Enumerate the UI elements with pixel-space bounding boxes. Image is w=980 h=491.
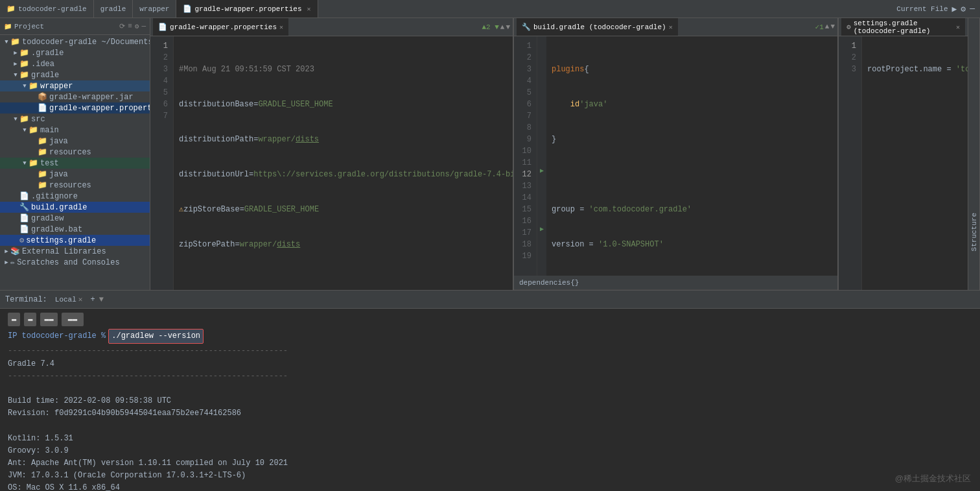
tree-item-main[interactable]: ▼ 📁 main	[0, 125, 150, 136]
main-area: 📁 Project ⟳ ≡ ⚙ — ▼ 📁 todocoder-gradle ~…	[0, 18, 980, 290]
sort-icon[interactable]: ≡	[128, 22, 132, 30]
tree-item-external-libs[interactable]: ▶ 📚 External Libraries	[0, 246, 150, 257]
arrow-src: ▼	[12, 116, 19, 123]
tree-label-test: test	[40, 159, 59, 168]
tree-item-wrapper[interactable]: ▼ 📁 wrapper	[0, 80, 150, 91]
settings-gradle-code[interactable]: rootProject.name = 'todocoder-gr	[862, 36, 968, 290]
close-tab-icon[interactable]: ✕	[307, 5, 310, 13]
tree-item-src[interactable]: ▼ 📁 src	[0, 114, 150, 125]
build-gradle-code[interactable]: plugins { id 'java' } group = 'com.todoc…	[546, 36, 837, 276]
tree-label-external-libs: External Libraries	[22, 247, 106, 256]
tree-label-gradlew-bat: gradlew.bat	[31, 225, 82, 234]
tree-label-gradle: gradle	[31, 71, 59, 80]
line-numbers-wrapper: 1 2 3 4 5 6 7	[150, 36, 174, 290]
tree-label-java-test: java	[49, 170, 68, 179]
tree-label-dot-idea: .idea	[31, 60, 54, 69]
tab-gradle[interactable]: gradle	[94, 0, 134, 18]
tree-item-gradlew[interactable]: 📄 gradlew	[0, 213, 150, 224]
arrow-external-libs: ▶	[3, 248, 10, 255]
tree-item-gradle-props[interactable]: 📄 gradle-wrapper.properties	[0, 102, 150, 114]
tree-label-dot-gradle: .gradle	[31, 49, 64, 58]
tree-item-resources-test[interactable]: 📁 resources	[0, 180, 150, 191]
arrow-wrapper: ▼	[21, 83, 29, 90]
tab-settings-gradle[interactable]: ⚙ settings.gradle (todocoder-gradle) ✕	[841, 18, 965, 36]
tree-item-gradle[interactable]: ▼ 📁 gradle	[0, 69, 150, 80]
settings-gradle-content: 1 2 3 rootProject.name = 'todocoder-gr	[839, 36, 968, 290]
tab-gradle-wrapper-properties[interactable]: 📄 gradle-wrapper.properties ✕	[176, 0, 318, 18]
panel-settings-gradle: ⚙ settings.gradle (todocoder-gradle) ✕ 1…	[839, 18, 968, 290]
code-panels: 📄 gradle-wrapper.properties ✕ ▲2 ▼ ▲ ▼ 1…	[150, 18, 968, 290]
settings-icon[interactable]: ⚙	[961, 4, 966, 14]
build-panel-arrows: ✓1 ▲ ▼	[815, 23, 835, 31]
build-gradle-content: 12345 678910 1112131415 16171819 ▶ ▶	[514, 36, 837, 276]
close-build-tab-icon[interactable]: ✕	[669, 23, 673, 31]
gradle-wrapper-content: 1 2 3 4 5 6 7 #Mon Aug 21 09:51:59 CST 2…	[150, 36, 513, 290]
down-arrow-icon[interactable]: ▼	[506, 23, 510, 31]
tree-label-resources-test: resources	[49, 181, 91, 190]
tree-item-gradle-jar[interactable]: 📦 gradle-wrapper.jar	[0, 91, 150, 102]
tree-label-gradle-props: gradle-wrapper.properties	[49, 104, 150, 113]
up-arrow-icon[interactable]: ▲	[500, 23, 505, 31]
panel-settings-header: ⚙ settings.gradle (todocoder-gradle) ✕	[839, 18, 968, 36]
tree-label-settings-gradle: settings.gradle	[26, 236, 96, 245]
minimize-icon[interactable]: —	[970, 4, 975, 14]
tab-build-gradle[interactable]: 🔧 build.gradle (todocoder-gradle) ✕	[517, 18, 678, 36]
gradle-wrapper-code[interactable]: #Mon Aug 21 09:51:59 CST 2023 distributi…	[174, 36, 513, 290]
tab-gradle-wrapper-props[interactable]: 📄 gradle-wrapper.properties ✕	[153, 18, 288, 36]
terminal-down-icon[interactable]: ▼	[99, 295, 104, 304]
arrow-gradle: ▼	[12, 72, 19, 78]
sidebar: 📁 Project ⟳ ≡ ⚙ — ▼ 📁 todocoder-gradle ~…	[0, 18, 150, 290]
tab-todocoder-gradle[interactable]: 📁 todocoder-gradle	[0, 0, 94, 18]
tree-item-settings-gradle[interactable]: ⚙ settings.gradle	[0, 235, 150, 246]
close-settings-tab-icon[interactable]: ✕	[956, 23, 960, 31]
tree-label-resources-main: resources	[49, 148, 91, 157]
line-numbers-build: 12345 678910 1112131415 16171819	[514, 36, 537, 276]
tree-item-root[interactable]: ▼ 📁 todocoder-gradle ~/Documents/s	[0, 36, 150, 47]
project-tree: ▼ 📁 todocoder-gradle ~/Documents/s ▶ 📁 .…	[0, 35, 150, 290]
sidebar-title: Project	[14, 23, 117, 30]
close-terminal-tab-icon[interactable]: ✕	[78, 295, 83, 304]
tree-label-java-main: java	[49, 137, 68, 146]
tree-item-build-gradle[interactable]: 🔧 build.gradle	[0, 202, 150, 213]
panel-build-gradle: 🔧 build.gradle (todocoder-gradle) ✕ ✓1 ▲…	[514, 18, 838, 290]
terminal-output: ----------------------------------------…	[8, 345, 972, 491]
tree-item-java-test[interactable]: 📁 java	[0, 169, 150, 180]
tree-item-scratches[interactable]: ▶ ✏ Scratches and Consoles	[0, 257, 150, 268]
gutter-build: ▶ ▶	[537, 36, 546, 276]
build-down-arrow-icon[interactable]: ▼	[830, 23, 835, 31]
tree-item-java-main[interactable]: 📁 java	[0, 136, 150, 147]
terminal-title: Terminal:	[5, 295, 47, 304]
tree-label-gitignore: .gitignore	[31, 192, 78, 201]
tree-label-root: todocoder-gradle ~/Documents/s	[22, 38, 150, 47]
build-up-arrow-icon[interactable]: ▲	[825, 23, 830, 31]
sync-icon[interactable]: ⟳	[119, 22, 125, 30]
tree-item-dot-idea[interactable]: ▶ 📁 .idea	[0, 58, 150, 69]
tree-item-test[interactable]: ▼ 📁 test	[0, 158, 150, 169]
panel-gradle-wrapper: 📄 gradle-wrapper.properties ✕ ▲2 ▼ ▲ ▼ 1…	[150, 18, 513, 290]
arrow-main: ▼	[21, 127, 29, 134]
terminal-blocks: ▬ ▬ ▬▬ ▬▬	[8, 313, 972, 326]
gear-icon[interactable]: ⚙	[135, 22, 139, 30]
terminal-local-tab[interactable]: Local ✕	[51, 295, 87, 304]
tree-label-scratches: Scratches and Consoles	[17, 258, 119, 267]
tree-item-gradlew-bat[interactable]: 📄 gradlew.bat	[0, 224, 150, 235]
tab-wrapper[interactable]: wrapper	[133, 0, 176, 18]
tree-label-src: src	[31, 115, 45, 124]
minus-icon[interactable]: —	[141, 22, 146, 30]
sidebar-icons: ⟳ ≡ ⚙ —	[119, 22, 146, 30]
tree-item-gitignore[interactable]: 📄 .gitignore	[0, 191, 150, 202]
add-terminal-icon[interactable]: +	[90, 295, 95, 304]
tree-label-gradle-jar: gradle-wrapper.jar	[49, 93, 134, 102]
tree-label-main: main	[40, 126, 59, 135]
run-icon[interactable]: ▶	[952, 4, 957, 14]
toolbar-right: Current File ▶ ⚙ —	[896, 4, 980, 14]
tree-item-dot-gradle[interactable]: ▶ 📁 .gradle	[0, 47, 150, 58]
tree-item-resources-main[interactable]: 📁 resources	[0, 147, 150, 158]
terminal-area: Terminal: Local ✕ + ▼ ▬ ▬ ▬▬ ▬▬ IP todoc…	[0, 290, 980, 491]
arrow-scratches: ▶	[3, 259, 10, 266]
terminal-content[interactable]: ▬ ▬ ▬▬ ▬▬ IP todocoder-gradle % ./gradle…	[0, 309, 980, 491]
structure-tab[interactable]: Structure	[968, 18, 980, 290]
close-wrapper-tab-icon[interactable]: ✕	[279, 23, 283, 31]
current-file-label: Current File	[896, 5, 948, 13]
build-diff-count: ✓1	[815, 23, 824, 31]
